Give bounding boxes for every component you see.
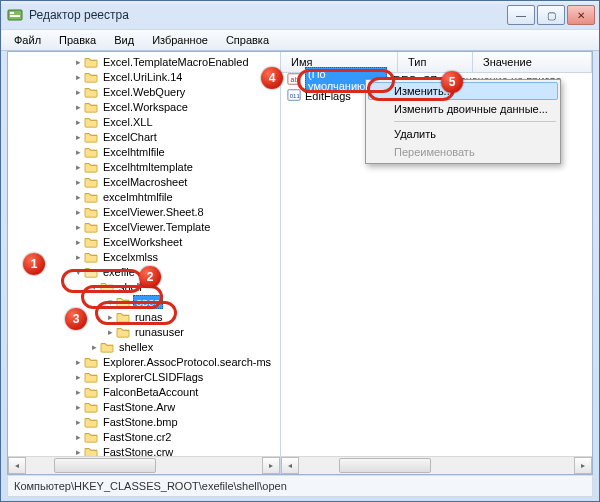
- twisty-icon[interactable]: ▸: [72, 177, 84, 187]
- tree-node[interactable]: ▸FastStone.bmp: [8, 414, 280, 429]
- tree-node[interactable]: ▸FastStone.crw: [8, 444, 280, 456]
- tree-node[interactable]: ▸Excelhtmltemplate: [8, 159, 280, 174]
- tree-node[interactable]: ▸FalconBetaAccount: [8, 384, 280, 399]
- twisty-icon[interactable]: ▸: [72, 162, 84, 172]
- ctx-separator: [394, 121, 556, 122]
- column-value[interactable]: Значение: [473, 52, 592, 72]
- menu-help[interactable]: Справка: [217, 31, 278, 49]
- tree-node[interactable]: ▸Explorer.AssocProtocol.search-ms: [8, 354, 280, 369]
- twisty-icon[interactable]: ▸: [72, 207, 84, 217]
- tree-node[interactable]: ▸ExcelChart: [8, 129, 280, 144]
- tree-node[interactable]: ▸Excel.WebQuery: [8, 84, 280, 99]
- tree-node[interactable]: ▸runas: [8, 309, 280, 324]
- twisty-icon[interactable]: ▸: [72, 447, 84, 457]
- value-name: EditFlags: [305, 90, 351, 102]
- twisty-icon[interactable]: ▾: [104, 297, 116, 307]
- close-button[interactable]: ✕: [567, 5, 595, 25]
- tree-node-label: FalconBetaAccount: [101, 386, 200, 398]
- tree-node-label: Explorer.AssocProtocol.search-ms: [101, 356, 273, 368]
- twisty-icon[interactable]: ▸: [72, 147, 84, 157]
- ctx-delete[interactable]: Удалить: [368, 125, 558, 143]
- values-horizontal-scrollbar[interactable]: ◂ ▸: [281, 456, 592, 474]
- tree-node-label: ExcelWorksheet: [101, 236, 184, 248]
- twisty-icon[interactable]: ▸: [72, 237, 84, 247]
- registry-tree[interactable]: ▸Excel.TemplateMacroEnabled▸Excel.UriLin…: [8, 52, 280, 456]
- tree-node[interactable]: ▸FastStone.Arw: [8, 399, 280, 414]
- tree-node[interactable]: ▸shellex: [8, 339, 280, 354]
- twisty-icon[interactable]: ▸: [72, 417, 84, 427]
- titlebar[interactable]: Редактор реестра — ▢ ✕: [1, 1, 599, 29]
- twisty-icon[interactable]: ▸: [72, 372, 84, 382]
- menu-edit[interactable]: Правка: [50, 31, 105, 49]
- twisty-icon[interactable]: ▸: [104, 327, 116, 337]
- tree-node[interactable]: ▸Excel.TemplateMacroEnabled: [8, 54, 280, 69]
- maximize-button[interactable]: ▢: [537, 5, 565, 25]
- tree-node[interactable]: ▸ExcelWorksheet: [8, 234, 280, 249]
- twisty-icon[interactable]: ▸: [72, 432, 84, 442]
- twisty-icon[interactable]: ▸: [72, 402, 84, 412]
- tree-node[interactable]: ▸excelmhtmlfile: [8, 189, 280, 204]
- tree-node-label: ExcelViewer.Sheet.8: [101, 206, 206, 218]
- tree-node[interactable]: ▾shell: [8, 279, 280, 294]
- scroll-left-button[interactable]: ◂: [8, 457, 26, 474]
- scroll-track[interactable]: [26, 458, 262, 473]
- twisty-icon[interactable]: ▸: [72, 252, 84, 262]
- scroll-thumb[interactable]: [54, 458, 156, 473]
- tree-node-label: shellex: [117, 341, 155, 353]
- twisty-icon[interactable]: ▸: [88, 342, 100, 352]
- tree-node[interactable]: ▾exefile: [8, 264, 280, 279]
- ctx-modify-binary[interactable]: Изменить двоичные данные...: [368, 100, 558, 118]
- tree-node[interactable]: ▸ExcelMacrosheet: [8, 174, 280, 189]
- ctx-rename[interactable]: Переименовать: [368, 143, 558, 161]
- scroll-right-button[interactable]: ▸: [574, 457, 592, 474]
- tree-node-label: open: [133, 295, 163, 309]
- menu-file[interactable]: Файл: [5, 31, 50, 49]
- menu-view[interactable]: Вид: [105, 31, 143, 49]
- scroll-left-button[interactable]: ◂: [281, 457, 299, 474]
- tree-node[interactable]: ▸Excel.XLL: [8, 114, 280, 129]
- tree-node[interactable]: ▸Excel.UriLink.14: [8, 69, 280, 84]
- twisty-icon[interactable]: ▸: [72, 192, 84, 202]
- twisty-icon[interactable]: ▾: [88, 282, 100, 292]
- twisty-icon[interactable]: ▸: [72, 117, 84, 127]
- context-menu: Изменить... Изменить двоичные данные... …: [365, 79, 561, 164]
- tree-node-label: Excel.TemplateMacroEnabled: [101, 56, 251, 68]
- tree-node[interactable]: ▸ExcelViewer.Template: [8, 219, 280, 234]
- twisty-icon[interactable]: ▾: [72, 267, 84, 277]
- twisty-icon[interactable]: ▸: [72, 57, 84, 67]
- twisty-icon[interactable]: ▸: [72, 87, 84, 97]
- tree-node[interactable]: ▸Excel.Workspace: [8, 99, 280, 114]
- twisty-icon[interactable]: ▸: [72, 132, 84, 142]
- tree-node[interactable]: ▸ExcelViewer.Sheet.8: [8, 204, 280, 219]
- tree-node-label: FastStone.bmp: [101, 416, 180, 428]
- menu-favorites[interactable]: Избранное: [143, 31, 217, 49]
- tree-node-label: ExplorerCLSIDFlags: [101, 371, 205, 383]
- minimize-button[interactable]: —: [507, 5, 535, 25]
- tree-node-label: excelmhtmlfile: [101, 191, 175, 203]
- twisty-icon[interactable]: ▸: [72, 357, 84, 367]
- twisty-icon[interactable]: ▸: [72, 222, 84, 232]
- status-path: Компьютер\HKEY_CLASSES_ROOT\exefile\shel…: [14, 480, 287, 492]
- scroll-right-button[interactable]: ▸: [262, 457, 280, 474]
- tree-node[interactable]: ▸runasuser: [8, 324, 280, 339]
- tree-node[interactable]: ▸Excelxmlss: [8, 249, 280, 264]
- tree-node[interactable]: ▸FastStone.cr2: [8, 429, 280, 444]
- tree-node[interactable]: ▸Excelhtmlfile: [8, 144, 280, 159]
- tree-node-label: ExcelChart: [101, 131, 159, 143]
- tree-node[interactable]: ▾open: [8, 294, 280, 309]
- scroll-track[interactable]: [299, 458, 574, 473]
- tree-node-label: FastStone.Arw: [101, 401, 177, 413]
- ctx-modify[interactable]: Изменить...: [368, 82, 558, 100]
- menubar: Файл Правка Вид Избранное Справка: [1, 29, 599, 51]
- column-type[interactable]: Тип: [398, 52, 473, 72]
- tree-horizontal-scrollbar[interactable]: ◂ ▸: [8, 456, 280, 474]
- twisty-icon[interactable]: ▸: [72, 387, 84, 397]
- twisty-icon[interactable]: ▸: [72, 72, 84, 82]
- tree-node[interactable]: ▸ExplorerCLSIDFlags: [8, 369, 280, 384]
- svg-rect-1: [10, 12, 14, 14]
- tree-node-label: Excel.Workspace: [101, 101, 190, 113]
- tree-node-label: Excel.XLL: [101, 116, 155, 128]
- twisty-icon[interactable]: ▸: [72, 102, 84, 112]
- scroll-thumb[interactable]: [339, 458, 431, 473]
- twisty-icon[interactable]: ▸: [104, 312, 116, 322]
